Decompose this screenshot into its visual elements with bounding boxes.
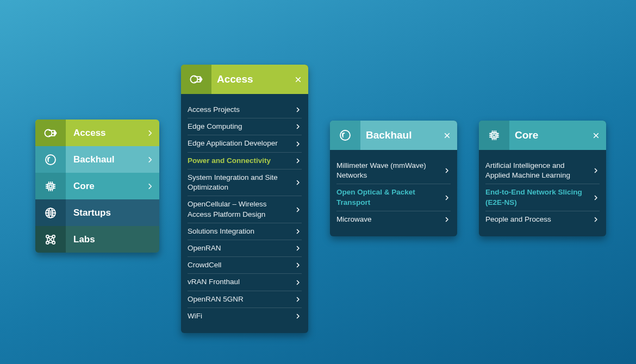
chevron-right-icon xyxy=(592,194,600,201)
chevron-right-icon xyxy=(592,216,600,223)
list-item[interactable]: Millimeter Wave (mmWave) Networks xyxy=(336,158,451,184)
svg-rect-37 xyxy=(491,133,497,138)
chevron-right-icon xyxy=(443,194,451,201)
nav-item-core[interactable]: Core xyxy=(35,173,159,199)
nav-item-backhaul[interactable]: Backhaul xyxy=(35,146,159,173)
chevron-right-icon xyxy=(294,106,302,113)
list-item-label: Access Projects xyxy=(188,105,294,115)
list-item-label: vRAN Fronthaul xyxy=(188,277,294,287)
list-item-label: Millimeter Wave (mmWave) Networks xyxy=(336,161,443,180)
list-item-label: OpenRAN xyxy=(188,243,294,253)
list-item-label: Open Optical & Packet Transport xyxy=(336,187,443,207)
nav-label-backhaul: Backhaul xyxy=(66,154,141,165)
panel-body-access: Access ProjectsEdge ComputingEdge Applic… xyxy=(181,94,308,333)
list-item-label: System Integration and Site Optimization xyxy=(188,173,294,192)
list-item-label: End-to-End Network Slicing (E2E-NS) xyxy=(485,187,592,207)
list-item-label: Artificial Intelligence and Applied Mach… xyxy=(485,161,592,180)
globe-icon xyxy=(35,199,66,226)
nav-label-startups: Startups xyxy=(66,208,141,218)
chevron-right-icon xyxy=(443,216,451,223)
labs-icon xyxy=(35,226,66,253)
chevron-right-icon xyxy=(294,313,302,319)
svg-rect-4 xyxy=(49,185,52,187)
list-item-label: People and Process xyxy=(485,215,592,224)
svg-rect-3 xyxy=(48,184,53,189)
svg-rect-38 xyxy=(493,134,496,137)
chevron-right-icon xyxy=(592,167,600,174)
panel-body-core: Artificial Intelligence and Applied Mach… xyxy=(479,150,606,236)
nav-item-access[interactable]: Access xyxy=(35,120,159,146)
list-item[interactable]: CrowdCell xyxy=(188,257,302,274)
chevron-right-icon xyxy=(294,296,302,303)
list-item[interactable]: Artificial Intelligence and Applied Mach… xyxy=(485,158,600,184)
list-item[interactable]: vRAN Fronthaul xyxy=(188,274,302,291)
close-icon[interactable] xyxy=(585,132,606,139)
nav-label-labs: Labs xyxy=(66,234,141,245)
panel-header-core: Core xyxy=(479,121,606,150)
list-item-label: CrowdCell xyxy=(188,260,294,270)
list-item-label: Edge Application Developer xyxy=(188,139,294,148)
panel-access: AccessAccess ProjectsEdge ComputingEdge … xyxy=(181,65,308,333)
list-item[interactable]: Open Optical & Packet Transport xyxy=(336,184,451,211)
list-item[interactable]: Microwave xyxy=(336,211,451,228)
panel-backhaul: BackhaulMillimeter Wave (mmWave) Network… xyxy=(330,121,457,236)
list-item[interactable]: OpenCellular – Wireless Access Platform … xyxy=(188,196,302,223)
svg-point-34 xyxy=(340,130,350,140)
chevron-right-icon xyxy=(294,141,302,147)
list-item[interactable]: Power and Connectivity xyxy=(188,153,302,170)
list-item[interactable]: Edge Application Developer xyxy=(188,135,302,152)
list-item-label: OpenCellular – Wireless Access Platform … xyxy=(188,199,294,219)
access-icon xyxy=(181,65,211,94)
panel-header-backhaul: Backhaul xyxy=(330,121,457,150)
chevron-right-icon xyxy=(294,123,302,130)
chevron-right-icon xyxy=(294,245,302,252)
backhaul-icon xyxy=(35,146,66,173)
panel-title-access: Access xyxy=(211,73,288,85)
chevron-right-icon xyxy=(294,158,302,164)
list-item[interactable]: Solutions Integration xyxy=(188,223,302,240)
list-item-label: WiFi xyxy=(188,311,294,321)
list-item-label: Edge Computing xyxy=(188,122,294,131)
panel-header-access: Access xyxy=(181,65,308,94)
nav-label-core: Core xyxy=(66,181,141,192)
list-item[interactable]: People and Process xyxy=(485,211,600,228)
backhaul-icon xyxy=(330,121,360,150)
list-item-label: Power and Connectivity xyxy=(188,156,294,166)
list-item-label: Solutions Integration xyxy=(188,227,294,236)
list-item[interactable]: OpenRAN xyxy=(188,240,302,257)
nav-label-access: Access xyxy=(66,128,141,139)
svg-point-2 xyxy=(46,155,55,165)
close-icon[interactable] xyxy=(288,76,308,83)
chevron-right-icon xyxy=(294,179,302,186)
panel-title-core: Core xyxy=(509,129,585,141)
main-nav: AccessBackhaulCoreStartupsLabs xyxy=(35,120,159,253)
chevron-right-icon xyxy=(294,206,302,213)
panel-core: CoreArtificial Intelligence and Applied … xyxy=(479,121,606,236)
chevron-right-icon xyxy=(141,129,159,137)
core-icon xyxy=(479,121,509,150)
list-item[interactable]: OpenRAN 5GNR xyxy=(188,291,302,308)
list-item-label: Microwave xyxy=(336,215,443,224)
panel-title-backhaul: Backhaul xyxy=(360,129,437,141)
panel-body-backhaul: Millimeter Wave (mmWave) NetworksOpen Op… xyxy=(330,150,457,236)
chevron-right-icon xyxy=(294,262,302,268)
chevron-right-icon xyxy=(141,183,159,190)
chevron-right-icon xyxy=(294,279,302,286)
list-item[interactable]: System Integration and Site Optimization xyxy=(188,170,302,196)
close-icon[interactable] xyxy=(437,132,457,139)
list-item-label: OpenRAN 5GNR xyxy=(188,294,294,304)
nav-item-startups[interactable]: Startups xyxy=(35,199,159,226)
nav-item-labs[interactable]: Labs xyxy=(35,226,159,253)
access-icon xyxy=(35,120,66,146)
list-item[interactable]: Edge Computing xyxy=(188,118,302,135)
core-icon xyxy=(35,173,66,199)
chevron-right-icon xyxy=(141,156,159,164)
list-item[interactable]: WiFi xyxy=(188,308,302,324)
list-item[interactable]: Access Projects xyxy=(188,102,302,118)
list-item[interactable]: End-to-End Network Slicing (E2E-NS) xyxy=(485,184,600,211)
chevron-right-icon xyxy=(443,167,451,174)
chevron-right-icon xyxy=(294,228,302,235)
